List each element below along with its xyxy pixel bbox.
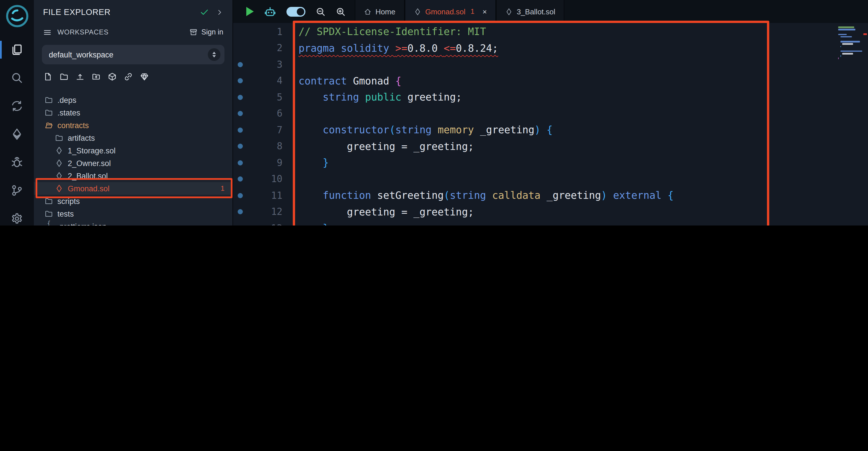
- gutter-dot[interactable]: [238, 128, 243, 133]
- code-text[interactable]: function setGreeting(string calldata _gr…: [299, 190, 674, 201]
- tab-label: Gmonad.sol: [425, 7, 465, 16]
- cube-icon[interactable]: [108, 72, 117, 81]
- code-text[interactable]: string public greeting;: [299, 92, 462, 103]
- file-explorer-icon: [11, 44, 23, 56]
- gutter-dot[interactable]: [238, 78, 243, 84]
- tab-Home[interactable]: Home: [355, 0, 404, 23]
- line-number: 8: [248, 141, 282, 152]
- code-text[interactable]: constructor(string memory _greeting) {: [299, 124, 553, 136]
- sidebar-item-file-explorer[interactable]: [0, 36, 34, 64]
- solidity-file-icon: [414, 8, 421, 15]
- workspaces-menu-icon[interactable]: [43, 28, 52, 36]
- workspace-selector[interactable]: default_workspace: [42, 45, 224, 64]
- file-tree-item-Gmonad.sol[interactable]: Gmonad.sol1: [34, 182, 232, 195]
- zoom-in-icon[interactable]: [336, 7, 346, 17]
- gutter-dot[interactable]: [238, 95, 243, 100]
- sidebar-item-plugin-manager[interactable]: [0, 204, 34, 225]
- code-line: 5 string public greeting;: [232, 89, 868, 106]
- file-name: contracts: [57, 121, 89, 130]
- minimap[interactable]: [838, 26, 861, 67]
- code-text[interactable]: greeting = _greeting;: [299, 141, 474, 152]
- code-text[interactable]: pragma solidity >=0.8.0 <=0.8.24;: [299, 43, 498, 54]
- close-tab-icon[interactable]: ×: [483, 7, 487, 16]
- gutter-dot[interactable]: [238, 62, 243, 67]
- code-text[interactable]: }: [299, 223, 329, 226]
- file-tree-item-scripts[interactable]: scripts: [34, 195, 232, 207]
- sidebar-item-git[interactable]: [0, 176, 34, 204]
- solidity-compiler-icon: [11, 100, 23, 112]
- file-explorer-panel: FILE EXPLORER WORKSPACES Sign in default…: [34, 0, 233, 225]
- gutter: [232, 128, 248, 133]
- file-tree-item-artifacts[interactable]: artifacts: [34, 132, 232, 144]
- editor-actions: [232, 0, 355, 23]
- git-icon: [11, 185, 23, 196]
- sidebar-item-debugger[interactable]: [0, 148, 34, 176]
- file-tree-item-contracts[interactable]: contracts: [34, 119, 232, 132]
- copilot-toggle[interactable]: [286, 7, 305, 17]
- code-text[interactable]: }: [299, 157, 329, 169]
- code-line: 8 greeting = _greeting;: [232, 138, 868, 154]
- sidebar-item-deploy-run[interactable]: [0, 120, 34, 148]
- file-tree-item-tests[interactable]: tests: [34, 207, 232, 220]
- file-tree-item-.states[interactable]: .states: [34, 106, 232, 119]
- line-number: 12: [248, 206, 282, 218]
- code-text[interactable]: greeting = _greeting;: [299, 206, 474, 218]
- gutter: [232, 111, 248, 116]
- file-tree-item-2_Owner.sol[interactable]: 2_Owner.sol: [34, 157, 232, 169]
- folder-icon: [55, 134, 63, 142]
- folder-icon: [45, 109, 53, 117]
- error-count-badge: 1: [221, 185, 224, 193]
- code-lines: 1// SPDX-License-Identifier: MIT2pragma …: [232, 24, 868, 225]
- file-tree-item-2_Ballot.sol[interactable]: 2_Ballot.sol: [34, 169, 232, 182]
- line-number: 6: [248, 108, 282, 119]
- run-script-button[interactable]: [246, 7, 254, 16]
- sidebar-item-search[interactable]: [0, 64, 34, 92]
- plugin-manager-icon: [11, 213, 23, 225]
- file-tree-item-.deps[interactable]: .deps: [34, 94, 232, 106]
- file-tree-item-1_Storage.sol[interactable]: 1_Storage.sol: [34, 144, 232, 157]
- gutter-dot[interactable]: [238, 111, 243, 116]
- code-text[interactable]: // SPDX-License-Identifier: MIT: [299, 26, 486, 38]
- new-file-icon[interactable]: [43, 72, 52, 81]
- gutter: [232, 193, 248, 198]
- gutter-dot[interactable]: [238, 160, 243, 166]
- line-number: 11: [248, 190, 282, 201]
- zoom-out-icon[interactable]: [316, 7, 326, 17]
- gem-icon[interactable]: [140, 72, 149, 81]
- link-icon[interactable]: [124, 72, 133, 81]
- tab-Gmonad.sol[interactable]: Gmonad.sol1×: [404, 0, 496, 23]
- upload-folder-icon[interactable]: [92, 72, 100, 81]
- upload-file-icon[interactable]: [76, 72, 84, 81]
- code-line: 11 function setGreeting(string calldata …: [232, 187, 868, 204]
- line-number: 10: [248, 174, 282, 185]
- folder-icon: [45, 210, 53, 218]
- editor-topbar: HomeGmonad.sol1×3_Ballot.sol: [232, 0, 868, 23]
- file-tree-item-.prettierrc.json[interactable]: { }.prettierrc.json: [34, 220, 232, 225]
- solidity-file-icon: [55, 185, 63, 193]
- chevron-right-icon[interactable]: [216, 8, 223, 16]
- remix-logo-icon[interactable]: [4, 3, 30, 29]
- check-icon[interactable]: [200, 7, 209, 17]
- workspace-switch-spinner[interactable]: [208, 48, 220, 61]
- folder-icon: [45, 96, 53, 104]
- file-name: 1_Storage.sol: [68, 146, 116, 155]
- code-line: 12 greeting = _greeting;: [232, 204, 868, 220]
- workspaces-row: WORKSPACES Sign in: [34, 24, 232, 40]
- gutter: [232, 95, 248, 100]
- line-number: 7: [248, 125, 282, 136]
- tab-3_Ballot.sol[interactable]: 3_Ballot.sol: [496, 0, 564, 23]
- gutter-dot[interactable]: [238, 177, 243, 182]
- solidity-file-icon: [505, 8, 513, 15]
- ai-assistant-icon[interactable]: [264, 5, 276, 18]
- gutter-dot[interactable]: [238, 209, 243, 215]
- new-folder-icon[interactable]: [60, 72, 68, 81]
- code-text[interactable]: contract Gmonad {: [299, 75, 401, 87]
- file-name: .states: [57, 108, 81, 117]
- sidebar-item-solidity-compiler[interactable]: [0, 92, 34, 120]
- gutter-dot[interactable]: [238, 144, 243, 149]
- code-line: 7 constructor(string memory _greeting) {: [232, 122, 868, 138]
- code-editor[interactable]: 1// SPDX-License-Identifier: MIT2pragma …: [232, 23, 868, 225]
- code-line: 1// SPDX-License-Identifier: MIT: [232, 24, 868, 40]
- gutter-dot[interactable]: [238, 193, 243, 198]
- sign-in-button[interactable]: Sign in: [189, 28, 223, 36]
